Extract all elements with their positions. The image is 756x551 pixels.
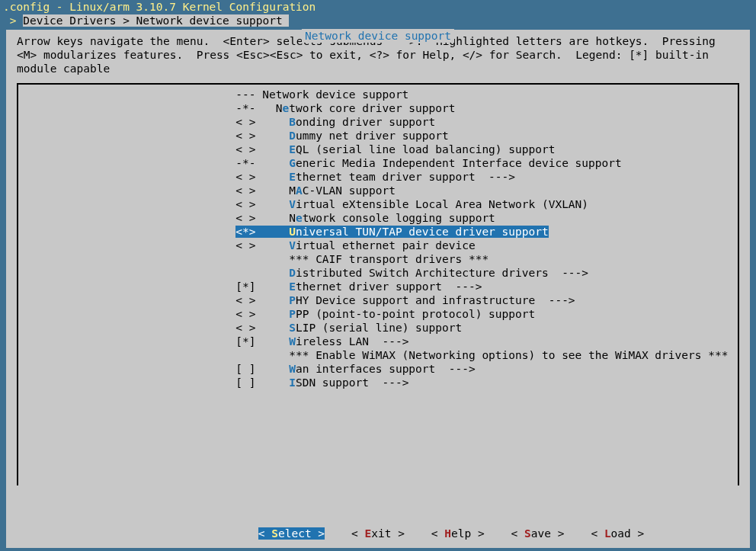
menu-item[interactable]: < > PHY Device support and infrastructur… [18, 293, 738, 307]
menu-item[interactable]: < > PPP (point-to-point protocol) suppor… [18, 307, 738, 321]
button-ave[interactable]: < Save > [511, 527, 565, 540]
menu-item[interactable]: < > SLIP (serial line) support [18, 321, 738, 335]
panel-title: Network device support [302, 29, 454, 43]
menu-list[interactable]: --- Network device support -*- Network c… [17, 83, 739, 485]
menu-item[interactable]: [ ] ISDN support ---> [18, 376, 738, 389]
menu-item[interactable]: < > Virtual eXtensible Local Area Networ… [18, 197, 738, 211]
menu-item[interactable]: < > MAC-VLAN support [18, 184, 738, 197]
config-panel: Network device support Arrow keys naviga… [6, 30, 750, 548]
menu-item[interactable]: [*] Wireless LAN ---> [18, 335, 738, 348]
menu-item[interactable]: *** CAIF transport drivers *** [18, 252, 738, 266]
menu-item[interactable]: < > Dummy net driver support [18, 129, 738, 143]
menu-item[interactable]: < > Virtual ethernet pair device [18, 239, 738, 252]
menu-item[interactable]: -*- Generic Media Independent Interface … [18, 156, 738, 170]
menu-item[interactable]: Distributed Switch Architecture drivers … [18, 266, 738, 280]
menu-item[interactable]: < > Ethernet team driver support ---> [18, 170, 738, 184]
menu-item[interactable]: -*- Network core driver support [18, 101, 738, 115]
window-title: .config - Linux/arm 3.10.7 Kernel Config… [0, 0, 756, 14]
menu-item[interactable]: --- Network device support [18, 88, 738, 101]
menu-item[interactable]: [*] Ethernet driver support ---> [18, 280, 738, 293]
menu-item[interactable]: < > Bonding driver support [18, 115, 738, 129]
menu-item[interactable]: < > EQL (serial line load balancing) sup… [18, 143, 738, 156]
menu-item[interactable]: [ ] Wan interfaces support ---> [18, 362, 738, 376]
breadcrumb-path: Device Drivers > Network device support [23, 14, 289, 27]
breadcrumb: > Device Drivers > Network device suppor… [0, 14, 756, 27]
menu-item[interactable]: <*> Universal TUN/TAP device driver supp… [18, 225, 738, 239]
button-oad[interactable]: < Load > [591, 527, 644, 540]
button-bar: < Select > < Exit > < Help > < Save > < … [6, 527, 750, 540]
menu-item[interactable]: < > Network console logging support [18, 211, 738, 225]
button-elect[interactable]: < Select > [258, 527, 325, 540]
button-xit[interactable]: < Exit > [351, 527, 405, 540]
menu-item[interactable]: *** Enable WiMAX (Networking options) to… [18, 348, 738, 362]
button-elp[interactable]: < Help > [431, 527, 485, 540]
